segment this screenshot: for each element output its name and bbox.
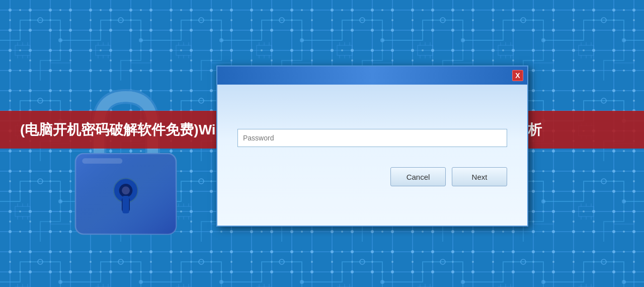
svg-rect-32 (82, 158, 122, 164)
cancel-button[interactable]: Cancel (390, 167, 446, 186)
svg-rect-30 (122, 196, 129, 213)
padlock-icon (55, 83, 196, 244)
password-dialog: X Cancel Next (216, 65, 528, 227)
dialog-titlebar: X (217, 66, 527, 85)
close-button[interactable]: X (512, 70, 523, 81)
dialog-body: Cancel Next (217, 85, 527, 226)
svg-point-31 (122, 186, 130, 194)
next-button[interactable]: Next (452, 167, 507, 186)
password-field-container (237, 129, 507, 147)
dialog-buttons: Cancel Next (237, 167, 507, 186)
password-input[interactable] (237, 129, 507, 147)
